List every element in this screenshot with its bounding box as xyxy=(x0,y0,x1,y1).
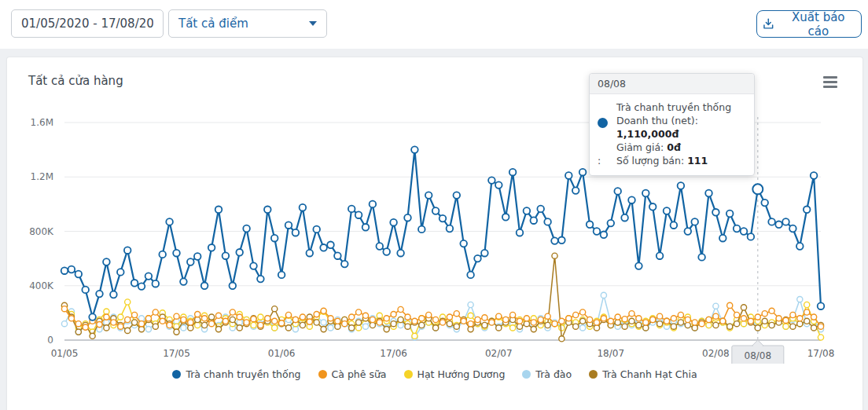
svg-text:0: 0 xyxy=(47,335,53,346)
legend-label: Trà đào xyxy=(535,368,572,380)
store-filter-dropdown[interactable]: Tất cả điểm xyxy=(168,9,327,38)
legend-item[interactable]: Trà chanh truyền thống xyxy=(172,368,300,380)
svg-text:17/08: 17/08 xyxy=(807,348,835,359)
legend-dot xyxy=(589,370,598,379)
export-report-label: Xuất báo cáo xyxy=(781,10,856,38)
legend-label: Cà phê sữa xyxy=(332,368,387,380)
chart-title: Tất cả cửa hàng xyxy=(28,74,123,88)
svg-text:400K: 400K xyxy=(29,280,54,291)
svg-text:17/05: 17/05 xyxy=(163,348,190,359)
svg-text:02/07: 02/07 xyxy=(485,348,513,359)
legend-item[interactable]: Cà phê sữa xyxy=(318,368,387,380)
legend-item[interactable]: Trà đào xyxy=(522,368,572,380)
legend-label: Hạt Hướng Dương xyxy=(417,368,506,380)
series-marker-dot xyxy=(598,118,608,128)
legend-item[interactable]: Trà Chanh Hạt Chia xyxy=(589,368,697,380)
svg-text:08/08: 08/08 xyxy=(745,350,772,361)
svg-text:17/06: 17/06 xyxy=(380,348,407,359)
legend-dot xyxy=(522,370,531,379)
legend-dot xyxy=(318,370,327,379)
legend-label: Trà Chanh Hạt Chia xyxy=(602,368,697,380)
legend-item[interactable]: Hạt Hướng Dương xyxy=(404,368,506,380)
chevron-down-icon xyxy=(309,21,317,26)
date-range-input[interactable] xyxy=(11,9,164,38)
tooltip-revenue-row: Doanh thu (net): 1,110,000đ xyxy=(616,114,746,141)
tooltip-colon: : xyxy=(598,154,616,167)
svg-text:01/06: 01/06 xyxy=(268,348,296,359)
store-filter-label: Tất cả điểm xyxy=(178,16,248,31)
svg-text:01/05: 01/05 xyxy=(51,348,79,359)
svg-text:1.2M: 1.2M xyxy=(31,171,53,182)
chart-legend: Trà chanh truyền thốngCà phê sữaHạt Hướn… xyxy=(7,368,862,380)
topbar: Tất cả điểm Xuất báo cáo xyxy=(0,0,868,49)
tooltip-discount-row: Giảm giá: 0đ xyxy=(616,141,746,154)
svg-text:02/08: 02/08 xyxy=(702,348,730,359)
tooltip-quantity-row: Số lượng bán: 111 xyxy=(616,154,746,167)
legend-label: Trà chanh truyền thống xyxy=(186,368,300,380)
tooltip-series-name: Trà chanh truyền thống xyxy=(616,101,746,114)
tooltip-date: 08/08 xyxy=(590,74,754,94)
chart-menu-button[interactable] xyxy=(823,76,839,88)
legend-dot xyxy=(172,370,181,379)
report-card: Tất cả cửa hàng 0400K800K1.2M1.6M01/0517… xyxy=(6,57,863,410)
chart-tooltip: 08/08 : Trà chanh truyền thống Doanh thu… xyxy=(589,73,755,176)
svg-text:800K: 800K xyxy=(29,226,54,237)
download-icon xyxy=(762,17,775,31)
svg-text:18/07: 18/07 xyxy=(597,348,624,359)
hamburger-icon xyxy=(823,76,839,88)
svg-text:1.6M: 1.6M xyxy=(31,117,53,128)
export-report-button[interactable]: Xuất báo cáo xyxy=(756,10,862,38)
legend-dot xyxy=(404,370,413,379)
